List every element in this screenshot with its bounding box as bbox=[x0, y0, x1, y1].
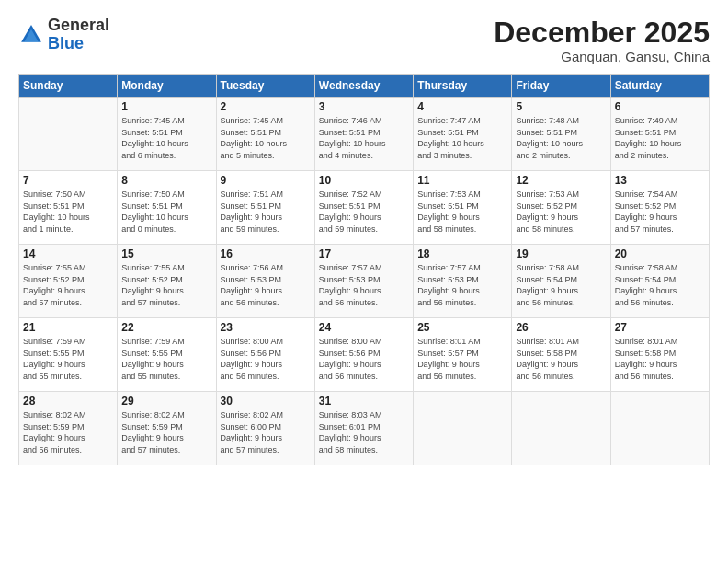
day-number: 7 bbox=[23, 174, 113, 187]
calendar-table: SundayMondayTuesdayWednesdayThursdayFrid… bbox=[18, 74, 710, 465]
cell-content: Sunrise: 8:01 AM Sunset: 5:58 PM Dayligh… bbox=[516, 336, 606, 382]
cell-content: Sunrise: 7:55 AM Sunset: 5:52 PM Dayligh… bbox=[23, 262, 113, 308]
day-number: 19 bbox=[516, 247, 606, 260]
calendar-cell bbox=[512, 392, 610, 465]
calendar-cell: 20Sunrise: 7:58 AM Sunset: 5:54 PM Dayli… bbox=[610, 245, 709, 318]
day-number: 18 bbox=[417, 247, 507, 260]
header-row: SundayMondayTuesdayWednesdayThursdayFrid… bbox=[19, 75, 710, 98]
calendar-cell: 1Sunrise: 7:45 AM Sunset: 5:51 PM Daylig… bbox=[118, 98, 216, 171]
calendar-cell: 19Sunrise: 7:58 AM Sunset: 5:54 PM Dayli… bbox=[512, 245, 610, 318]
calendar-cell: 30Sunrise: 8:02 AM Sunset: 6:00 PM Dayli… bbox=[216, 392, 314, 465]
day-number: 23 bbox=[221, 321, 311, 334]
calendar-cell bbox=[414, 392, 512, 465]
cell-content: Sunrise: 7:49 AM Sunset: 5:51 PM Dayligh… bbox=[615, 115, 705, 161]
calendar-cell: 26Sunrise: 8:01 AM Sunset: 5:58 PM Dayli… bbox=[512, 318, 610, 392]
calendar-cell: 24Sunrise: 8:00 AM Sunset: 5:56 PM Dayli… bbox=[314, 318, 413, 392]
calendar-cell: 12Sunrise: 7:53 AM Sunset: 5:52 PM Dayli… bbox=[512, 171, 610, 245]
day-number: 20 bbox=[615, 247, 705, 260]
day-number: 9 bbox=[221, 174, 311, 187]
day-number: 14 bbox=[23, 247, 113, 260]
header-cell-saturday: Saturday bbox=[610, 75, 709, 98]
day-number: 5 bbox=[516, 100, 606, 113]
day-number: 6 bbox=[615, 100, 705, 113]
day-number: 29 bbox=[121, 395, 211, 408]
week-row-3: 21Sunrise: 7:59 AM Sunset: 5:55 PM Dayli… bbox=[19, 318, 710, 392]
week-row-0: 1Sunrise: 7:45 AM Sunset: 5:51 PM Daylig… bbox=[19, 98, 710, 171]
cell-content: Sunrise: 8:00 AM Sunset: 5:56 PM Dayligh… bbox=[319, 336, 409, 382]
cell-content: Sunrise: 7:59 AM Sunset: 5:55 PM Dayligh… bbox=[23, 336, 113, 382]
header-cell-tuesday: Tuesday bbox=[216, 75, 314, 98]
day-number: 13 bbox=[615, 174, 705, 187]
header: General Blue December 2025 Ganquan, Gans… bbox=[18, 17, 710, 64]
calendar-cell: 5Sunrise: 7:48 AM Sunset: 5:51 PM Daylig… bbox=[512, 98, 610, 171]
page: General Blue December 2025 Ganquan, Gans… bbox=[0, 0, 728, 563]
logo-icon bbox=[18, 22, 44, 48]
week-row-2: 14Sunrise: 7:55 AM Sunset: 5:52 PM Dayli… bbox=[19, 245, 710, 318]
cell-content: Sunrise: 8:01 AM Sunset: 5:58 PM Dayligh… bbox=[615, 336, 705, 382]
calendar-cell: 3Sunrise: 7:46 AM Sunset: 5:51 PM Daylig… bbox=[314, 98, 413, 171]
cell-content: Sunrise: 7:58 AM Sunset: 5:54 PM Dayligh… bbox=[615, 262, 705, 308]
week-row-4: 28Sunrise: 8:02 AM Sunset: 5:59 PM Dayli… bbox=[19, 392, 710, 465]
calendar-cell: 16Sunrise: 7:56 AM Sunset: 5:53 PM Dayli… bbox=[216, 245, 314, 318]
cell-content: Sunrise: 7:59 AM Sunset: 5:55 PM Dayligh… bbox=[121, 336, 211, 382]
day-number: 4 bbox=[417, 100, 507, 113]
calendar-cell: 17Sunrise: 7:57 AM Sunset: 5:53 PM Dayli… bbox=[314, 245, 413, 318]
day-number: 22 bbox=[121, 321, 211, 334]
cell-content: Sunrise: 7:48 AM Sunset: 5:51 PM Dayligh… bbox=[516, 115, 606, 161]
cell-content: Sunrise: 7:46 AM Sunset: 5:51 PM Dayligh… bbox=[319, 115, 409, 161]
cell-content: Sunrise: 8:02 AM Sunset: 5:59 PM Dayligh… bbox=[23, 409, 113, 455]
day-number: 27 bbox=[615, 321, 705, 334]
day-number: 28 bbox=[23, 395, 113, 408]
day-number: 30 bbox=[221, 395, 311, 408]
day-number: 16 bbox=[221, 247, 311, 260]
calendar-cell: 31Sunrise: 8:03 AM Sunset: 6:01 PM Dayli… bbox=[314, 392, 413, 465]
calendar-cell: 11Sunrise: 7:53 AM Sunset: 5:51 PM Dayli… bbox=[414, 171, 512, 245]
cell-content: Sunrise: 7:50 AM Sunset: 5:51 PM Dayligh… bbox=[23, 189, 113, 235]
cell-content: Sunrise: 7:55 AM Sunset: 5:52 PM Dayligh… bbox=[121, 262, 211, 308]
day-number: 31 bbox=[319, 395, 409, 408]
calendar-cell: 10Sunrise: 7:52 AM Sunset: 5:51 PM Dayli… bbox=[314, 171, 413, 245]
calendar-cell: 25Sunrise: 8:01 AM Sunset: 5:57 PM Dayli… bbox=[414, 318, 512, 392]
calendar-cell: 14Sunrise: 7:55 AM Sunset: 5:52 PM Dayli… bbox=[19, 245, 118, 318]
header-cell-thursday: Thursday bbox=[414, 75, 512, 98]
day-number: 3 bbox=[319, 100, 409, 113]
cell-content: Sunrise: 7:56 AM Sunset: 5:53 PM Dayligh… bbox=[221, 262, 311, 308]
calendar-cell: 13Sunrise: 7:54 AM Sunset: 5:52 PM Dayli… bbox=[610, 171, 709, 245]
cell-content: Sunrise: 7:45 AM Sunset: 5:51 PM Dayligh… bbox=[121, 115, 211, 161]
calendar-cell: 8Sunrise: 7:50 AM Sunset: 5:51 PM Daylig… bbox=[118, 171, 216, 245]
month-title: December 2025 bbox=[494, 17, 710, 49]
day-number: 11 bbox=[417, 174, 507, 187]
cell-content: Sunrise: 7:45 AM Sunset: 5:51 PM Dayligh… bbox=[221, 115, 311, 161]
calendar-cell: 23Sunrise: 8:00 AM Sunset: 5:56 PM Dayli… bbox=[216, 318, 314, 392]
day-number: 21 bbox=[23, 321, 113, 334]
calendar-cell bbox=[610, 392, 709, 465]
calendar-cell: 7Sunrise: 7:50 AM Sunset: 5:51 PM Daylig… bbox=[19, 171, 118, 245]
cell-content: Sunrise: 7:50 AM Sunset: 5:51 PM Dayligh… bbox=[121, 189, 211, 235]
cell-content: Sunrise: 7:47 AM Sunset: 5:51 PM Dayligh… bbox=[417, 115, 507, 161]
cell-content: Sunrise: 8:01 AM Sunset: 5:57 PM Dayligh… bbox=[417, 336, 507, 382]
cell-content: Sunrise: 7:57 AM Sunset: 5:53 PM Dayligh… bbox=[319, 262, 409, 308]
day-number: 26 bbox=[516, 321, 606, 334]
calendar-cell: 2Sunrise: 7:45 AM Sunset: 5:51 PM Daylig… bbox=[216, 98, 314, 171]
calendar-cell: 28Sunrise: 8:02 AM Sunset: 5:59 PM Dayli… bbox=[19, 392, 118, 465]
logo-text: General Blue bbox=[48, 17, 109, 53]
cell-content: Sunrise: 7:51 AM Sunset: 5:51 PM Dayligh… bbox=[221, 189, 311, 235]
calendar-cell: 27Sunrise: 8:01 AM Sunset: 5:58 PM Dayli… bbox=[610, 318, 709, 392]
logo: General Blue bbox=[18, 17, 109, 53]
cell-content: Sunrise: 7:53 AM Sunset: 5:52 PM Dayligh… bbox=[516, 189, 606, 235]
day-number: 10 bbox=[319, 174, 409, 187]
day-number: 8 bbox=[121, 174, 211, 187]
calendar-cell: 21Sunrise: 7:59 AM Sunset: 5:55 PM Dayli… bbox=[19, 318, 118, 392]
cell-content: Sunrise: 7:57 AM Sunset: 5:53 PM Dayligh… bbox=[417, 262, 507, 308]
day-number: 25 bbox=[417, 321, 507, 334]
day-number: 1 bbox=[121, 100, 211, 113]
cell-content: Sunrise: 7:54 AM Sunset: 5:52 PM Dayligh… bbox=[615, 189, 705, 235]
calendar-cell bbox=[19, 98, 118, 171]
cell-content: Sunrise: 8:02 AM Sunset: 5:59 PM Dayligh… bbox=[121, 409, 211, 455]
calendar-cell: 9Sunrise: 7:51 AM Sunset: 5:51 PM Daylig… bbox=[216, 171, 314, 245]
location: Ganquan, Gansu, China bbox=[494, 49, 710, 64]
calendar-cell: 15Sunrise: 7:55 AM Sunset: 5:52 PM Dayli… bbox=[118, 245, 216, 318]
day-number: 15 bbox=[121, 247, 211, 260]
logo-general: General bbox=[48, 16, 109, 34]
header-cell-friday: Friday bbox=[512, 75, 610, 98]
